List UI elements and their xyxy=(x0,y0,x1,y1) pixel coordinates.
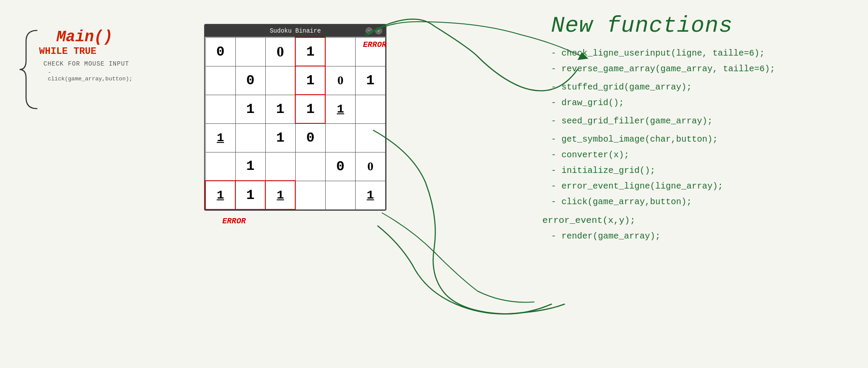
cell-3-1[interactable] xyxy=(235,123,265,152)
grid-row-0: 0 0 1 xyxy=(205,37,386,66)
cell-4-2[interactable] xyxy=(265,152,295,181)
cell-1-0[interactable] xyxy=(205,66,235,95)
cell-2-1[interactable]: 1 xyxy=(235,95,265,123)
cell-5-0[interactable]: 1 xyxy=(205,181,235,209)
right-panel: New functions - check_ligne_userinput(li… xyxy=(551,13,855,246)
cell-4-3[interactable] xyxy=(295,152,325,181)
func-item-4: - seed_grid_filler(game_array); xyxy=(551,115,855,127)
cell-5-5[interactable]: 1 xyxy=(355,181,385,209)
cell-3-3[interactable]: 0 xyxy=(295,123,325,152)
new-functions-title: New functions xyxy=(551,13,855,39)
grid-row-3: 1 1 0 xyxy=(205,123,386,152)
error-label-top: ERROR xyxy=(363,40,386,49)
cell-3-4[interactable] xyxy=(325,123,355,152)
cell-1-2[interactable] xyxy=(265,66,295,95)
func-item-6: - converter(x); xyxy=(551,149,855,161)
func-item-2: - stuffed_grid(game_array); xyxy=(551,81,855,93)
cell-2-3[interactable]: 1 xyxy=(295,95,325,123)
cell-0-2[interactable]: 0 xyxy=(265,37,295,66)
sudoku-grid: 0 0 1 0 1 0 1 1 1 xyxy=(205,37,386,210)
window-controls: — ✕ xyxy=(366,27,382,34)
left-panel: Main() WHILE TRUE CHECK FOR MOUSE INPUT … xyxy=(13,26,135,82)
cell-4-4[interactable]: 0 xyxy=(325,152,355,181)
error-label-bottom: ERROR xyxy=(222,217,246,225)
cell-2-5[interactable] xyxy=(355,95,385,123)
cell-1-5[interactable]: 1 xyxy=(355,66,385,95)
cell-4-1[interactable]: 1 xyxy=(235,152,265,181)
cell-0-4[interactable] xyxy=(325,37,355,66)
grid-row-5: 1 1 1 1 xyxy=(205,181,386,209)
cell-4-0[interactable] xyxy=(205,152,235,181)
func-item-10: error_event(x,y); xyxy=(542,214,855,227)
func-item-7: - initialize_grid(); xyxy=(551,165,855,177)
sudoku-window: Sudoku Binaire — ✕ ERROR 0 0 1 xyxy=(204,24,386,211)
close-button[interactable]: ✕ xyxy=(375,27,382,34)
grid-row-1: 0 1 0 1 xyxy=(205,66,386,95)
cell-5-1[interactable]: 1 xyxy=(235,181,265,209)
func-item-8: - error_event_ligne(ligne_array); xyxy=(551,180,855,192)
cell-0-3[interactable]: 1 xyxy=(295,37,325,66)
cell-0-1[interactable] xyxy=(235,37,265,66)
window-titlebar: Sudoku Binaire — ✕ xyxy=(205,25,386,37)
cell-5-4[interactable] xyxy=(325,181,355,209)
cell-0-0[interactable]: 0 xyxy=(205,37,235,66)
cell-1-4[interactable]: 0 xyxy=(325,66,355,95)
grid-row-2: 1 1 1 1 xyxy=(205,95,386,123)
cell-4-5[interactable]: 0 xyxy=(355,152,385,181)
brace-decoration xyxy=(13,26,117,113)
cell-5-2[interactable]: 1 xyxy=(265,181,295,209)
cell-2-4[interactable]: 1 xyxy=(325,95,355,123)
sudoku-window-container: Sudoku Binaire — ✕ ERROR 0 0 1 xyxy=(204,24,386,211)
func-item-11: - render(game_array); xyxy=(551,230,855,242)
minimize-button[interactable]: — xyxy=(366,27,373,34)
functions-list: - check_ligne_userinput(ligne, taille=6)… xyxy=(551,47,855,242)
cell-3-2[interactable]: 1 xyxy=(265,123,295,152)
func-item-9: - click(game_array,button); xyxy=(551,196,855,208)
func-item-0: - check_ligne_userinput(ligne, taille=6)… xyxy=(551,47,855,60)
func-item-3: - draw_grid(); xyxy=(551,97,855,109)
grid-area: ERROR 0 0 1 0 1 0 1 xyxy=(205,37,386,210)
cell-3-0[interactable]: 1 xyxy=(205,123,235,152)
func-item-1: - reverse_game_array(game_array, taille=… xyxy=(551,63,855,75)
grid-row-4: 1 0 0 xyxy=(205,152,386,181)
cell-5-3[interactable] xyxy=(295,181,325,209)
cell-3-5[interactable] xyxy=(355,123,385,152)
cell-2-2[interactable]: 1 xyxy=(265,95,295,123)
cell-1-3[interactable]: 1 xyxy=(295,66,325,95)
cell-2-0[interactable] xyxy=(205,95,235,123)
cell-1-1[interactable]: 0 xyxy=(235,66,265,95)
func-item-5: - get_symbol_image(char,button); xyxy=(551,133,855,146)
window-title: Sudoku Binaire xyxy=(209,27,381,34)
